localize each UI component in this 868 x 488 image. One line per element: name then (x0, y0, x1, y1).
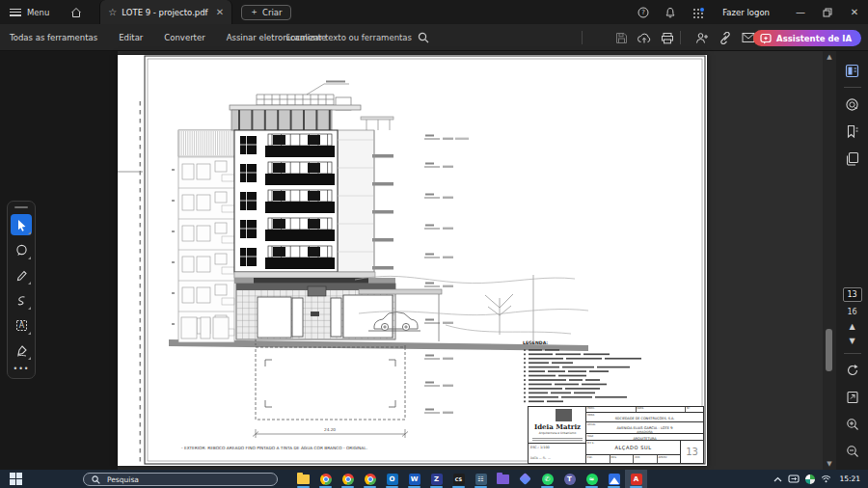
draw-tool[interactable] (11, 289, 32, 311)
comment-tool[interactable] (11, 239, 32, 260)
purple-folder-icon (497, 474, 509, 484)
outlook-icon: O (387, 474, 398, 485)
text-box-icon: A (15, 319, 28, 332)
get-link-button[interactable] (714, 28, 737, 47)
cursor-icon (15, 219, 28, 231)
share-upload-button[interactable] (633, 28, 656, 47)
system-tray: 15:21 (773, 470, 868, 488)
apps-grid-button[interactable] (684, 0, 713, 24)
add-text-tool[interactable]: A (11, 314, 32, 336)
minimize-button[interactable]: — (787, 0, 814, 24)
document-tab[interactable]: ☆ LOTE 9 - projecto.pdf ✕ (99, 0, 232, 24)
quick-tools-panel: A ••• (7, 201, 36, 379)
word-icon[interactable]: W (403, 470, 425, 488)
scroll-down-arrow[interactable]: ▼ (823, 458, 836, 470)
purple-folder-icon[interactable] (492, 470, 514, 488)
pdf-page[interactable]: 24.20 LEGENDA: - EXTERIOR: REBOCO AREADO… (118, 55, 707, 466)
tab-close-icon[interactable]: ✕ (216, 7, 224, 17)
toolbar-sep-1 (576, 31, 588, 44)
calculator-icon[interactable]: ☷ (470, 470, 492, 488)
calculator-icon: ☷ (475, 474, 487, 485)
restore-button[interactable] (814, 0, 841, 24)
whatsapp-icon[interactable]: ✆ (536, 470, 558, 488)
outlook-icon[interactable]: O (381, 470, 403, 488)
squiggle-icon (15, 294, 28, 307)
restore-icon (823, 8, 832, 17)
scale-value: ESC.: 1/100 (530, 446, 550, 449)
tab-title: LOTE 9 - projecto.pdf (122, 8, 207, 17)
sheet-number: 13 (681, 441, 703, 463)
location-row: LOCAL AVENIDA ELIAS GARCIA - LOTE 9 AMAD… (586, 422, 703, 434)
taskbar-search[interactable]: Pesquisa (83, 473, 278, 486)
current-page-input[interactable]: 13 (843, 287, 862, 302)
dimension-label: 24.20 (324, 427, 336, 432)
teams-icon[interactable]: T (558, 470, 581, 488)
sheet-title: ALÇADO SUL (614, 445, 651, 450)
cs-app-icon: CS (453, 474, 465, 485)
more-tools-button[interactable]: ••• (13, 365, 29, 373)
bookmarks-panel[interactable] (841, 120, 864, 143)
chrome-icon[interactable] (337, 470, 359, 488)
help-button[interactable]: ? (630, 0, 657, 24)
titleblock-footer-row: ESC. DES. VER. APROV. (586, 455, 680, 463)
chrome-icon[interactable] (314, 470, 337, 488)
quick-toolbar: Todas as ferramentas Editar Converter As… (0, 24, 868, 51)
designer-diamond-icon[interactable] (514, 470, 536, 488)
total-pages-label: 16 (847, 308, 856, 316)
phase-row: FASE ARQUITETURA (586, 434, 703, 441)
security-pinwheel-icon[interactable] (805, 474, 815, 484)
wifi-icon[interactable] (821, 474, 831, 483)
owner-row: OBRA SOCIEDADE DE CONSTRUÇÕES, S.A. (586, 413, 703, 422)
rotate-page-button[interactable] (841, 359, 864, 382)
home-button[interactable] (63, 0, 90, 24)
menu-all-tools[interactable]: Todas as ferramentas (0, 33, 108, 42)
highlighter-icon (15, 269, 28, 282)
date-value: DATA — FL. — (530, 456, 551, 460)
highlight-tool[interactable] (11, 264, 32, 285)
menu-convert[interactable]: Converter (153, 33, 215, 42)
notifications-button[interactable] (657, 0, 684, 24)
comments-panel[interactable] (841, 93, 864, 116)
chrome-icon[interactable] (359, 470, 381, 488)
scale-cell: ESC.: 1/100 DATA — FL. — (529, 444, 585, 463)
file-explorer-icon[interactable] (292, 470, 314, 488)
photos-icon[interactable] (603, 470, 625, 488)
scroll-up-arrow[interactable]: ▲ (823, 51, 836, 63)
create-tab-button[interactable]: ＋ Criar (241, 5, 291, 20)
find-control[interactable]: Localizar texto ou ferramentas (286, 32, 429, 43)
logo-cell: Ideia Matriz Arquitectura e Urbanismo (529, 407, 585, 444)
cast-display-icon[interactable] (788, 474, 800, 483)
hamburger-icon (10, 9, 21, 16)
sign-in-button[interactable]: Fazer logon (722, 8, 770, 17)
star-icon: ☆ (108, 7, 117, 17)
request-signatures-button[interactable] (691, 28, 714, 47)
ai-assistant-button[interactable]: Assistente de IA (753, 30, 861, 46)
attachments-panel[interactable] (841, 147, 864, 170)
find-label: Localizar texto ou ferramentas (286, 33, 412, 42)
fit-page-button[interactable] (841, 386, 864, 409)
spotify-icon[interactable]: ≈ (581, 470, 603, 488)
menu-button[interactable]: Menu (0, 8, 63, 17)
select-tool[interactable] (11, 214, 32, 235)
menu-edit[interactable]: Editar (108, 33, 153, 42)
clock[interactable]: 15:21 (839, 474, 860, 483)
hidden-icons-chevron[interactable] (773, 476, 782, 482)
z-app-icon[interactable]: Z (425, 470, 448, 488)
pages-copy-icon (845, 151, 859, 166)
start-button[interactable] (10, 473, 22, 485)
taskbar-search-label: Pesquisa (107, 475, 139, 484)
previous-page-button[interactable]: ▲ (849, 322, 854, 331)
cs-app-icon[interactable]: CS (448, 470, 470, 488)
save-button[interactable] (610, 28, 633, 47)
sign-tool[interactable] (11, 339, 32, 361)
right-panel-rail: 13 16 ▲ ▼ (836, 51, 868, 470)
page-thumbnails-panel[interactable] (841, 59, 864, 82)
zoom-out-button[interactable] (841, 440, 864, 463)
zoom-in-button[interactable] (841, 413, 864, 436)
panel-drag-handle[interactable] (14, 206, 28, 208)
close-button[interactable]: ✕ (841, 0, 868, 24)
scrollbar-thumb[interactable] (826, 329, 832, 371)
next-page-button[interactable]: ▼ (849, 337, 854, 345)
vertical-scrollbar[interactable]: ▲ ▼ (823, 51, 836, 470)
acrobat-icon[interactable]: A (625, 470, 647, 488)
